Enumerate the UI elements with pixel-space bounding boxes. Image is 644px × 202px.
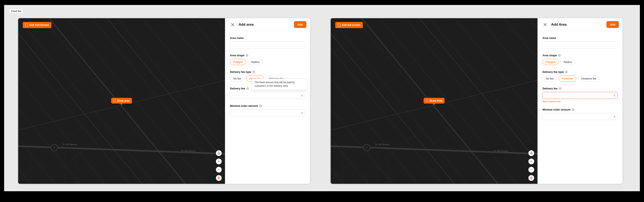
info-icon[interactable]: i bbox=[565, 71, 568, 73]
draw-area-icon bbox=[114, 99, 116, 102]
shape-option-polygon[interactable]: Polygon bbox=[230, 59, 246, 65]
delivery-fee-input[interactable] bbox=[542, 92, 618, 99]
exit-fullscreen-button[interactable]: Exit full screen bbox=[335, 22, 363, 28]
info-icon[interactable]: i bbox=[259, 105, 262, 107]
area-shape-label: Area shape bbox=[542, 54, 557, 57]
map-controls: + − bbox=[528, 150, 534, 181]
panel-title: Add area bbox=[238, 23, 254, 27]
stage-background: Fixed fee bbox=[4, 5, 640, 191]
area-name-input[interactable] bbox=[230, 41, 305, 48]
minimal-order-section: Minimal order amount i € bbox=[230, 104, 305, 116]
exit-fullscreen-button[interactable]: Exit Full Screen bbox=[23, 22, 52, 28]
map-canvas[interactable]: Av. del Paral·lel Av. del Paral·lel Exit… bbox=[18, 18, 225, 184]
info-icon[interactable]: i bbox=[246, 54, 248, 57]
fee-type-label: Delivery fee type bbox=[230, 70, 251, 73]
minimal-order-input[interactable] bbox=[230, 109, 305, 116]
locate-button[interactable] bbox=[528, 150, 534, 156]
delivery-fee-label: Delivery fee bbox=[542, 87, 558, 90]
locate-icon bbox=[217, 152, 220, 155]
delivery-fee-label: Delivery fee bbox=[230, 87, 245, 90]
area-shape-label: Area shape bbox=[230, 54, 244, 57]
exit-fullscreen-label: Exit Full Screen bbox=[30, 24, 49, 27]
zoom-out-button[interactable]: − bbox=[216, 167, 222, 173]
add-area-submit-button[interactable]: Add bbox=[606, 21, 619, 28]
shape-option-polygon[interactable]: Polygon bbox=[542, 59, 558, 65]
fullscreen-icon bbox=[25, 24, 28, 27]
delivery-area-editor-left: Av. del Paral·lel Av. del Paral·lel Exit… bbox=[18, 18, 310, 184]
area-name-section: Area name bbox=[542, 36, 618, 48]
draw-area-label: Draw Area bbox=[430, 99, 442, 102]
plus-icon: + bbox=[218, 160, 220, 163]
map-controls: + − bbox=[216, 150, 222, 181]
fee-type-label: Delivery fee type bbox=[542, 70, 564, 73]
info-icon[interactable]: i bbox=[246, 87, 249, 90]
fee-type-section: Delivery fee type i No fee Fixed fee Dis… bbox=[542, 70, 618, 81]
area-name-input[interactable] bbox=[542, 41, 618, 48]
info-icon[interactable]: i bbox=[559, 87, 562, 90]
locate-button[interactable] bbox=[216, 150, 222, 156]
fee-option-distance-fee[interactable]: Distance fee bbox=[578, 75, 600, 81]
area-name-section: Area name bbox=[230, 36, 305, 48]
info-icon[interactable]: i bbox=[252, 71, 255, 73]
currency-suffix: € bbox=[301, 111, 303, 115]
draw-area-label: Draw area bbox=[118, 99, 130, 102]
minimal-order-section: Minimal order amount i € bbox=[542, 108, 618, 120]
minimal-order-label: Minimal order amount bbox=[542, 108, 570, 111]
panel-title: Add Area bbox=[551, 23, 566, 27]
fullscreen-icon bbox=[338, 24, 340, 27]
trash-icon bbox=[530, 176, 533, 179]
delete-button[interactable] bbox=[528, 175, 534, 181]
draw-area-button[interactable]: Draw Area bbox=[424, 98, 444, 104]
area-name-label: Area name bbox=[230, 36, 244, 40]
fixed-fee-tooltip: The fixed amount that will be paid by cu… bbox=[252, 79, 307, 90]
fee-option-fixed-fee[interactable]: Fixed fee bbox=[559, 75, 576, 81]
minus-icon: − bbox=[530, 168, 532, 171]
area-shape-section: Area shape i Polygon Radius bbox=[230, 54, 305, 65]
minus-icon: − bbox=[218, 168, 220, 171]
area-name-label: Area name bbox=[542, 36, 556, 40]
trash-icon bbox=[217, 176, 220, 179]
close-button[interactable] bbox=[230, 22, 235, 27]
add-area-sidebar: Add Area Add Area name Area shape i bbox=[538, 18, 622, 184]
close-button[interactable] bbox=[542, 22, 548, 27]
add-area-sidebar: Add area Add Area name Area shape i bbox=[225, 18, 310, 184]
currency-suffix: € bbox=[614, 115, 615, 118]
add-area-submit-button[interactable]: Add bbox=[294, 21, 306, 28]
zoom-in-button[interactable]: + bbox=[216, 159, 222, 164]
info-icon[interactable]: i bbox=[572, 108, 574, 111]
minimal-order-label: Minimal order amount bbox=[230, 104, 258, 108]
zoom-in-button[interactable]: + bbox=[528, 159, 534, 164]
delivery-fee-input[interactable] bbox=[230, 92, 305, 99]
delete-button[interactable] bbox=[216, 175, 222, 181]
locate-icon bbox=[530, 152, 533, 155]
currency-suffix: € bbox=[301, 94, 303, 97]
plus-icon: + bbox=[530, 160, 532, 163]
delivery-fee-section: Delivery fee i € Add a delivery fee bbox=[542, 87, 618, 103]
roundabout-center bbox=[366, 147, 368, 149]
map-canvas[interactable]: Av. del Paral·lel Av. del Paral·lel Exit… bbox=[331, 18, 538, 184]
sidebar-header: Add area Add bbox=[225, 18, 310, 31]
shape-option-radius[interactable]: Radius bbox=[248, 59, 263, 65]
draw-area-button[interactable]: Draw area bbox=[111, 98, 132, 104]
fee-option-no-fee[interactable]: No fee bbox=[230, 75, 244, 81]
info-icon[interactable]: i bbox=[558, 54, 561, 57]
exit-fullscreen-label: Exit full screen bbox=[342, 24, 360, 27]
corner-tab: Fixed fee bbox=[9, 9, 23, 14]
minimal-order-input[interactable] bbox=[542, 113, 618, 120]
sidebar-header: Add Area Add bbox=[538, 18, 622, 31]
currency-suffix: € bbox=[614, 94, 615, 97]
delivery-fee-error-message: Add a delivery fee bbox=[542, 100, 618, 103]
delivery-area-editor-right: Av. del Paral·lel Av. del Paral·lel Exit… bbox=[331, 18, 622, 184]
draw-area-icon bbox=[426, 99, 428, 102]
roundabout-center bbox=[53, 147, 55, 149]
area-shape-section: Area shape i Polygon Radius bbox=[542, 54, 618, 65]
fee-option-no-fee[interactable]: No fee bbox=[542, 75, 557, 81]
close-icon bbox=[231, 23, 234, 26]
zoom-out-button[interactable]: − bbox=[528, 167, 534, 173]
close-icon bbox=[544, 23, 547, 26]
shape-option-radius[interactable]: Radius bbox=[560, 59, 575, 65]
